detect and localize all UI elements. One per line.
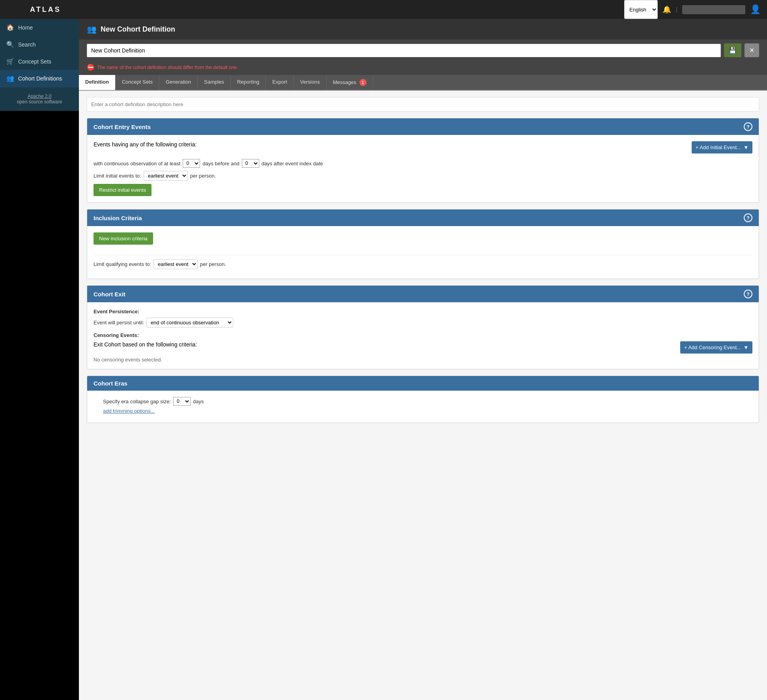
limit-initial-select[interactable]: earliest event latest event all events [144,171,188,181]
cohort-entry-header: Cohort Entry Events ? [87,118,759,135]
sidebar-item-concept-sets[interactable]: 🛒 Concept Sets [0,53,79,70]
tab-samples[interactable]: Samples [198,75,231,90]
people-icon: 👥 [6,75,14,82]
tab-versions[interactable]: Versions [294,75,327,90]
cohort-entry-title: Cohort Entry Events [94,124,151,130]
error-message-bar: ⛔ The name of the cohort definition shou… [79,61,767,75]
persistence-select[interactable]: end of continuous observation end of obs… [146,318,233,328]
cohort-exit-body: Event Persistence: Event will persist un… [87,302,759,369]
search-input[interactable] [682,5,745,14]
censoring-label: Censoring Events: [94,332,752,338]
notifications-icon[interactable]: 🔔 [662,5,671,14]
sidebar-item-label: Cohort Definitions [18,75,62,82]
footer-text: open source software [17,99,62,105]
inclusion-criteria-header: Inclusion Criteria ? [87,210,759,226]
add-initial-event-button[interactable]: + Add Initial Event... ▼ [692,141,752,153]
tab-generation[interactable]: Generation [159,75,198,90]
cohort-exit-help-icon[interactable]: ? [744,290,752,298]
days-after-select[interactable]: 01730 [242,159,259,168]
new-inclusion-criteria-button[interactable]: New inclusion criteria [94,232,153,245]
persistence-row: Event will persist until: end of continu… [94,318,752,328]
cohort-icon: 👥 [87,24,97,34]
tab-definition[interactable]: Definition [79,75,116,90]
sidebar-black-space [0,111,79,700]
tab-content: Cohort Entry Events ? Events having any … [79,91,767,436]
topbar: ATLAS English French Spanish 🔔 | 👤 [0,0,767,19]
search-icon: 🔍 [6,41,14,48]
sidebar-item-search[interactable]: 🔍 Search [0,36,79,53]
inclusion-criteria-body: New inclusion criteria Limit qualifying … [87,226,759,279]
add-censoring-event-button[interactable]: + Add Censoring Event... ▼ [680,341,752,354]
sidebar-item-label: Search [18,41,36,48]
inclusion-criteria-help-icon[interactable]: ? [744,213,752,222]
persistence-label: Event Persistence: [94,309,752,314]
limit-qualifying-select[interactable]: earliest event latest event all events [153,259,198,269]
observation-row: with continuous observation of at least … [94,159,752,168]
home-icon: 🏠 [6,24,14,31]
messages-badge: 1 [359,79,367,86]
sidebar: 🏠 Home 🔍 Search 🛒 Concept Sets 👥 Cohort … [0,19,79,700]
criteria-text: Events having any of the following crite… [94,141,196,148]
cart-icon: 🛒 [6,58,14,65]
main-content: 👥 New Cohort Definition 💾 ✕ ⛔ The name o… [79,19,767,700]
language-select[interactable]: English French Spanish [624,0,658,19]
cohort-name-bar: 💾 ✕ [79,39,767,61]
tab-messages[interactable]: Messages 1 [327,75,373,90]
dropdown-arrow-icon: ▼ [743,344,748,350]
description-input[interactable] [87,97,759,112]
cohort-eras-header: Cohort Eras [87,376,759,391]
entry-criteria-row: Events having any of the following crite… [94,141,752,153]
divider: | [676,6,677,13]
error-text: The name of the cohort definition should… [97,65,238,70]
inclusion-criteria-title: Inclusion Criteria [94,215,142,221]
tab-concept-sets[interactable]: Concept Sets [116,75,159,90]
era-gap-item: Specify era collapse gap size: 01730 day… [103,397,752,406]
dropdown-arrow-icon: ▼ [743,144,748,150]
no-censoring-text: No censoring events selected. [94,357,752,363]
cohort-eras-body: Specify era collapse gap size: 01730 day… [87,391,759,423]
inclusion-criteria-section: Inclusion Criteria ? New inclusion crite… [87,209,759,279]
cohort-name-input[interactable] [87,44,721,57]
limit-qualifying-row: Limit qualifying events to: earliest eve… [94,259,752,269]
cohort-eras-section: Cohort Eras Specify era collapse gap siz… [87,376,759,423]
eras-list: Specify era collapse gap size: 01730 day… [94,397,752,414]
tab-bar: Definition Concept Sets Generation Sampl… [79,75,767,91]
sidebar-footer: Apache 2.0 open source software [0,87,79,111]
restrict-initial-events-button[interactable]: Restrict initial events [94,184,152,196]
cohort-eras-title: Cohort Eras [94,380,127,387]
censoring-text: Exit Cohort based on the following crite… [94,341,197,348]
error-icon: ⛔ [87,64,95,71]
tab-reporting[interactable]: Reporting [231,75,266,90]
save-button[interactable]: 💾 [724,43,741,57]
add-trimming-link[interactable]: add trimming options... [103,408,155,414]
era-gap-select[interactable]: 01730 [173,397,191,406]
page-title: New Cohort Definition [101,25,175,34]
limit-initial-row: Limit initial events to: earliest event … [94,171,752,181]
censoring-row: Exit Cohort based on the following crite… [94,341,752,354]
cohort-exit-title: Cohort Exit [94,291,125,298]
tab-export[interactable]: Export [266,75,294,90]
apache-link[interactable]: Apache 2.0 [28,94,52,99]
sidebar-item-home[interactable]: 🏠 Home [0,19,79,36]
sidebar-item-label: Home [18,24,33,31]
cohort-entry-help-icon[interactable]: ? [744,122,752,131]
app-logo: ATLAS [30,6,61,14]
cohort-exit-header: Cohort Exit ? [87,286,759,302]
cohort-entry-section: Cohort Entry Events ? Events having any … [87,118,759,203]
sidebar-item-label: Concept Sets [18,58,51,65]
close-button[interactable]: ✕ [745,43,759,57]
cohort-entry-body: Events having any of the following crite… [87,135,759,202]
cohort-exit-section: Cohort Exit ? Event Persistence: Event w… [87,285,759,369]
page-header: 👥 New Cohort Definition [79,19,767,39]
days-before-select[interactable]: 01730 [183,159,200,168]
trimming-item: add trimming options... [103,408,752,414]
inclusion-divider [94,255,752,255]
sidebar-item-cohort-definitions[interactable]: 👥 Cohort Definitions [0,70,79,87]
user-icon[interactable]: 👤 [750,4,761,15]
persistence-label-text: Event Persistence: [94,309,139,314]
